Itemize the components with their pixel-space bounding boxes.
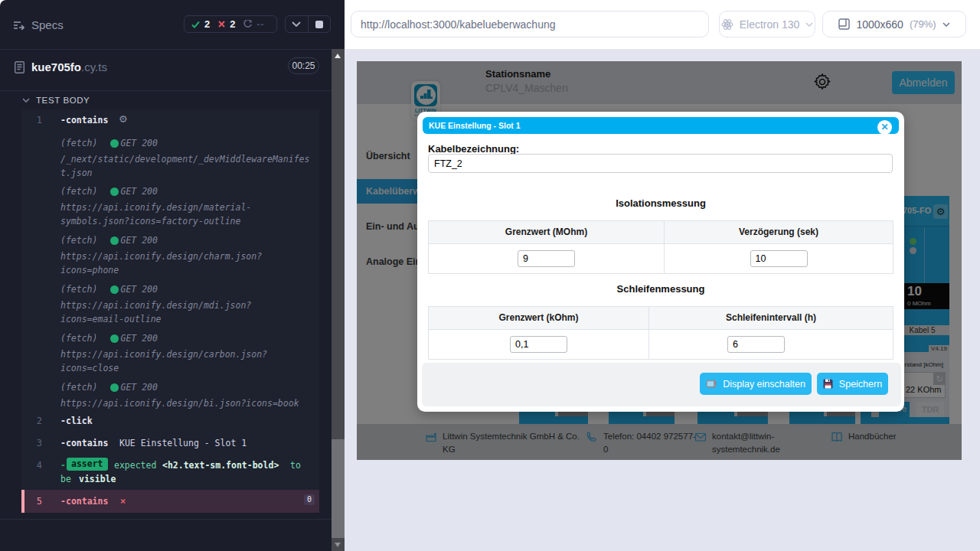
fetch-url: https://api.iconify.design/charm.json? i… — [60, 249, 321, 277]
spec-file-icon — [15, 61, 24, 73]
electron-icon — [721, 18, 733, 31]
browser-label: Electron 130 — [740, 18, 800, 31]
loop-limit-input[interactable] — [510, 336, 567, 353]
scrollbar-up-icon[interactable] — [335, 54, 341, 58]
save-button[interactable]: Speichern — [817, 373, 888, 395]
fetch-url: /_next/static/development/_devMiddleware… — [60, 152, 321, 180]
fetch-status-label: GET 200 — [120, 138, 157, 148]
spec-name: kue705fo — [31, 60, 81, 73]
spec-extension: .cy.ts — [81, 60, 107, 73]
fetch-status-label: GET 200 — [120, 284, 157, 295]
command-contains-failed[interactable]: 5 - contains × 0 — [21, 490, 319, 513]
fetch-log-row[interactable]: (fetch) GET 200 — [60, 382, 158, 393]
loop-table: Grenzwert (kOhm) Schleifenintervall (h) — [428, 306, 893, 360]
fetch-status-label: GET 200 — [120, 333, 157, 344]
scrollbar-thumb[interactable] — [332, 439, 345, 538]
specs-menu-button[interactable]: Specs — [13, 18, 64, 31]
table-header-row: Grenzwert (kOhm) Schleifenintervall (h) — [429, 307, 893, 330]
test-stats: 2 2 -- — [184, 15, 277, 33]
status-dot-icon — [110, 383, 119, 392]
iso-col2-header: Verzögerung (sek) — [665, 221, 893, 243]
fetch-type-label: (fetch) — [60, 382, 97, 393]
passed-icon — [191, 21, 200, 28]
command-number: 1 — [21, 115, 42, 126]
collapse-button[interactable] — [286, 16, 308, 32]
fetch-log-row[interactable]: (fetch) GET 200 — [60, 284, 158, 295]
command-dash: - — [60, 416, 66, 426]
fetch-log-row[interactable]: (fetch) GET 200 — [60, 235, 158, 246]
table-cell — [429, 330, 649, 359]
command-dash: - — [60, 115, 66, 126]
iso-col1-header: Grenzwert (MOhm) — [429, 221, 665, 243]
assert-text: be — [60, 474, 71, 484]
assert-selector: <h2.text-sm.font-bold> — [162, 460, 279, 471]
fetch-type-label: (fetch) — [60, 186, 97, 197]
pending-icon — [243, 20, 252, 28]
chevron-down-icon — [292, 21, 301, 27]
fetch-status-label: GET 200 — [120, 382, 157, 393]
pending-count: -- — [256, 19, 264, 30]
assert-text: to — [290, 460, 301, 471]
failed-x-icon: × — [120, 496, 126, 507]
save-button-label: Speichern — [839, 379, 882, 390]
command-name: contains — [66, 496, 108, 507]
display-button-label: Display einschalten — [723, 379, 805, 390]
viewport-zoom: (79%) — [910, 18, 936, 30]
modal-title: KUE Einstellung - Slot 1 — [429, 121, 521, 130]
failed-icon — [218, 21, 225, 28]
runner-controls — [285, 15, 331, 33]
fetch-log-row[interactable]: (fetch) GET 200 — [60, 186, 158, 197]
viewport-icon — [838, 18, 850, 30]
command-number: 4 — [21, 460, 42, 471]
loop-col2-header: Schleifenintervall (h) — [649, 307, 893, 329]
divider — [0, 519, 332, 520]
status-dot-icon — [110, 187, 119, 196]
assert-text: expected — [114, 460, 156, 471]
table-body-row — [429, 330, 893, 359]
url-input[interactable] — [351, 11, 709, 37]
fetch-url: https://api.iconify.design/bi.json?icons… — [60, 396, 321, 410]
iso-limit-input[interactable] — [518, 250, 575, 267]
status-dot-icon — [110, 285, 119, 294]
spec-file[interactable]: kue705fo.cy.ts — [15, 60, 107, 74]
command-number: 2 — [21, 416, 42, 426]
fetch-log-row[interactable]: (fetch) GET 200 — [60, 138, 158, 148]
passed-count: 2 — [204, 18, 210, 30]
loop-col1-header: Grenzwert (kOhm) — [429, 307, 649, 329]
fetch-type-label: (fetch) — [60, 235, 97, 246]
test-body-toggle[interactable]: TEST BODY — [22, 91, 90, 109]
test-body-label: TEST BODY — [36, 96, 90, 105]
stop-icon — [315, 21, 323, 28]
status-dot-icon — [110, 139, 119, 148]
table-header-row: Grenzwert (MOhm) Verzögerung (sek) — [429, 221, 893, 244]
iso-delay-input[interactable] — [750, 250, 808, 267]
viewport-selector[interactable]: 1000x660 (79%) — [822, 11, 966, 37]
display-on-button[interactable]: Display einschalten — [700, 373, 812, 395]
specs-label: Specs — [31, 18, 64, 31]
loop-interval-input[interactable] — [727, 336, 785, 353]
chevron-down-icon — [805, 22, 813, 27]
scrollbar[interactable] — [332, 49, 345, 551]
scrollbar-down-icon[interactable] — [335, 543, 341, 547]
tv-icon — [706, 379, 717, 389]
reporter-header: Specs 2 2 -- — [0, 0, 332, 49]
cable-name-input[interactable] — [428, 154, 893, 173]
fetch-url: https://api.iconify.design/material- sym… — [60, 201, 321, 228]
fetch-status-label: GET 200 — [120, 235, 157, 246]
modal-close-button[interactable]: ✕ — [877, 120, 892, 135]
viewport-size: 1000x660 — [856, 18, 903, 31]
command-number: 5 — [24, 496, 42, 507]
fetch-log-row[interactable]: (fetch) GET 200 — [60, 333, 158, 344]
stop-button[interactable] — [308, 16, 331, 32]
test-timer: 00:25 — [288, 57, 319, 74]
browser-selector[interactable]: Electron 130 — [719, 11, 815, 37]
table-cell — [649, 330, 893, 359]
status-dot-icon — [110, 236, 119, 245]
modal-footer: Display einschalten Speichern — [422, 363, 901, 406]
fetch-status-label: GET 200 — [120, 186, 157, 197]
fetch-type-label: (fetch) — [60, 333, 97, 344]
status-dot-icon — [110, 334, 119, 343]
fetch-type-label: (fetch) — [60, 138, 97, 148]
cypress-topbar: Electron 130 1000x660 (79%) — [345, 0, 980, 49]
chevron-down-icon — [942, 22, 950, 27]
